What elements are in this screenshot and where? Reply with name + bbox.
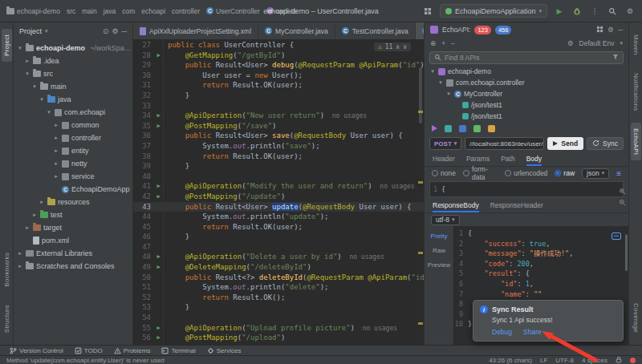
tree-item-src[interactable]: ▾src bbox=[14, 67, 132, 80]
api-tree-item-mycontroller-2[interactable]: ▾CMyController bbox=[425, 88, 628, 99]
code-line[interactable]: 49▶ @DeleteMapping("/deleteById") bbox=[133, 262, 424, 273]
request-tab-header[interactable]: Header bbox=[433, 152, 455, 166]
tree-item-idea[interactable]: ▸.idea bbox=[14, 55, 132, 67]
debug-link[interactable]: Debug bbox=[492, 328, 512, 336]
toolwindow-button-echoapi[interactable]: EchoAPI bbox=[631, 123, 641, 160]
caret-position[interactable]: 43:26 (6 chars) bbox=[489, 357, 532, 364]
run-marker[interactable]: ▶ bbox=[154, 262, 163, 273]
code-line[interactable]: 47 bbox=[133, 242, 424, 253]
toolwindow-button-coverage[interactable]: Coverage bbox=[631, 297, 641, 338]
api-tree-item-json-test1-3[interactable]: /json/test1 bbox=[425, 99, 628, 111]
tree-arrow[interactable]: ▾ bbox=[31, 83, 38, 90]
tree-item-pom-xml[interactable]: pom.xml bbox=[14, 234, 132, 247]
code-line[interactable]: 30 User user = new User(); bbox=[133, 71, 424, 81]
run-marker[interactable]: ▶ bbox=[154, 121, 163, 131]
more-actions-icon[interactable]: ⋮ bbox=[589, 6, 600, 17]
breadcrumb-item-java[interactable]: java bbox=[104, 7, 116, 15]
tree-item-main[interactable]: ▾main bbox=[14, 80, 132, 93]
code-line[interactable]: 40 bbox=[133, 172, 424, 182]
test-icon[interactable] bbox=[488, 125, 495, 132]
warning-stripe-mark[interactable] bbox=[418, 111, 423, 113]
code-line[interactable]: 54 bbox=[133, 313, 424, 323]
tree-item-test[interactable]: ▸test bbox=[14, 208, 132, 221]
run-config-selector[interactable]: EchoapiDemoApplication ▾ bbox=[440, 4, 547, 18]
tree-item-resources[interactable]: ▸resources bbox=[14, 196, 132, 208]
code-line[interactable]: 31 return Result.OK(user); bbox=[133, 80, 424, 91]
tool-version-control[interactable]: Version Control bbox=[5, 346, 68, 355]
tree-arrow[interactable]: ▸ bbox=[53, 160, 59, 167]
file-encoding-indicator[interactable]: UTF-8 bbox=[555, 357, 574, 364]
run-marker[interactable]: ▶ bbox=[154, 181, 163, 192]
search-everywhere-button[interactable] bbox=[607, 6, 618, 17]
code-line[interactable]: 48▶ @ApiOperation("Delete a user by id")… bbox=[133, 252, 424, 262]
run-marker[interactable]: ▶ bbox=[154, 323, 163, 334]
tree-arrow[interactable]: ▸ bbox=[17, 250, 23, 257]
tree-arrow[interactable]: ▾ bbox=[17, 45, 23, 51]
view-tab-preview[interactable]: Preview bbox=[425, 259, 453, 271]
api-search-input[interactable] bbox=[445, 54, 609, 62]
next-issue-icon[interactable]: ∨ bbox=[403, 43, 407, 51]
request-tab-params[interactable]: Params bbox=[466, 152, 490, 166]
response-tab-responseheader[interactable]: ResponseHeader bbox=[490, 199, 543, 212]
breadcrumb-item-echoapi-demo[interactable]: echoapi-demo bbox=[6, 7, 60, 15]
code-line[interactable]: 39 } bbox=[133, 161, 424, 172]
response-tab-responsebody[interactable]: ResponseBody bbox=[433, 199, 479, 212]
editor[interactable]: 27public class UserController {28▶ @GetM… bbox=[133, 40, 424, 345]
code-line[interactable]: 29 public Result<User> debug(@RequestPar… bbox=[133, 60, 424, 71]
tree-arrow[interactable]: ▾ bbox=[46, 109, 52, 115]
tree-arrow[interactable]: ▸ bbox=[39, 199, 45, 205]
code-line[interactable]: 43 public Result<User> update(@RequestBo… bbox=[133, 202, 424, 212]
request-tab-body[interactable]: Body bbox=[526, 152, 542, 166]
share-link[interactable]: Share bbox=[523, 328, 542, 336]
run-button[interactable]: ▶ bbox=[554, 6, 565, 17]
code-line[interactable]: 50 public Result<?> deleteById(@RequestP… bbox=[133, 273, 424, 283]
notification-dot[interactable] bbox=[630, 358, 636, 363]
toolwindow-button-structure[interactable]: Structure bbox=[2, 299, 12, 338]
env-selector[interactable]: Default Env bbox=[579, 39, 615, 47]
zoom-in-icon[interactable] bbox=[619, 188, 626, 196]
tree-arrow[interactable]: ▸ bbox=[53, 148, 59, 154]
breadcrumb-item-src[interactable]: src bbox=[67, 7, 75, 15]
panel-options-icon[interactable]: ⚙ bbox=[112, 27, 119, 35]
tree-arrow[interactable]: ▾ bbox=[39, 96, 45, 103]
indent-indicator[interactable]: 4 spaces bbox=[582, 357, 607, 364]
prev-issue-icon[interactable]: ∧ bbox=[396, 43, 400, 51]
response-scrollbar[interactable] bbox=[625, 234, 628, 271]
tool-services[interactable]: Services bbox=[202, 346, 246, 355]
code-line[interactable]: 33 bbox=[133, 101, 424, 111]
toolwindow-button-maven[interactable]: Maven bbox=[631, 29, 641, 61]
code-line[interactable]: 35▶ @PostMapping("/save") bbox=[133, 121, 424, 131]
code-line[interactable]: 46 } bbox=[133, 232, 424, 242]
docs-icon[interactable] bbox=[445, 125, 452, 132]
tool-terminal[interactable]: Terminal bbox=[156, 346, 200, 355]
collapse-all-icon[interactable]: − bbox=[451, 39, 455, 47]
badge-count-1[interactable]: 123 bbox=[474, 26, 491, 34]
request-body-editor[interactable]: 1 { bbox=[429, 181, 624, 197]
request-tab-path[interactable]: Path bbox=[501, 152, 515, 166]
tree-item-service[interactable]: ▸service bbox=[14, 170, 132, 183]
tree-arrow[interactable]: ▾ bbox=[437, 79, 444, 86]
breadcrumb-item-com[interactable]: com bbox=[122, 7, 135, 15]
run-marker[interactable]: ▶ bbox=[154, 333, 163, 343]
inspections-widget[interactable]: ⚠ 11 ∧ ∨ bbox=[374, 42, 411, 51]
tree-item-common[interactable]: ▸common bbox=[14, 119, 132, 131]
lock-icon[interactable] bbox=[616, 356, 622, 364]
tree-item-entity[interactable]: ▸entity bbox=[14, 144, 132, 157]
view-tab-pretty[interactable]: Pretty bbox=[425, 230, 453, 242]
env-gear-icon[interactable]: ⚙ bbox=[567, 39, 574, 47]
method-selector[interactable]: POST ▾ bbox=[429, 137, 461, 150]
project-panel-title[interactable]: Project bbox=[19, 27, 42, 35]
code-line[interactable]: 36 public Result<User> save(@RequestBody… bbox=[133, 131, 424, 141]
tree-arrow[interactable]: ▸ bbox=[24, 58, 30, 64]
breadcrumb-item-main[interactable]: main bbox=[82, 7, 96, 15]
editor-tab-usercontroller-java[interactable]: CUserController.java⚠ bbox=[416, 22, 424, 39]
code-line[interactable]: 32 } bbox=[133, 91, 424, 101]
run-marker[interactable]: ▶ bbox=[154, 192, 163, 202]
locate-icon[interactable]: ⊕ bbox=[430, 39, 436, 47]
code-line[interactable]: 42▶ @PostMapping("/update") bbox=[133, 192, 424, 202]
breadcrumb-item-usercontroller[interactable]: CUserController bbox=[206, 7, 260, 15]
code-line[interactable]: 37 System.out.println("save"); bbox=[133, 141, 424, 152]
zoom-out-icon[interactable] bbox=[619, 199, 626, 208]
code-icon[interactable] bbox=[459, 125, 466, 132]
tree-item-java[interactable]: ▾java bbox=[14, 93, 132, 106]
